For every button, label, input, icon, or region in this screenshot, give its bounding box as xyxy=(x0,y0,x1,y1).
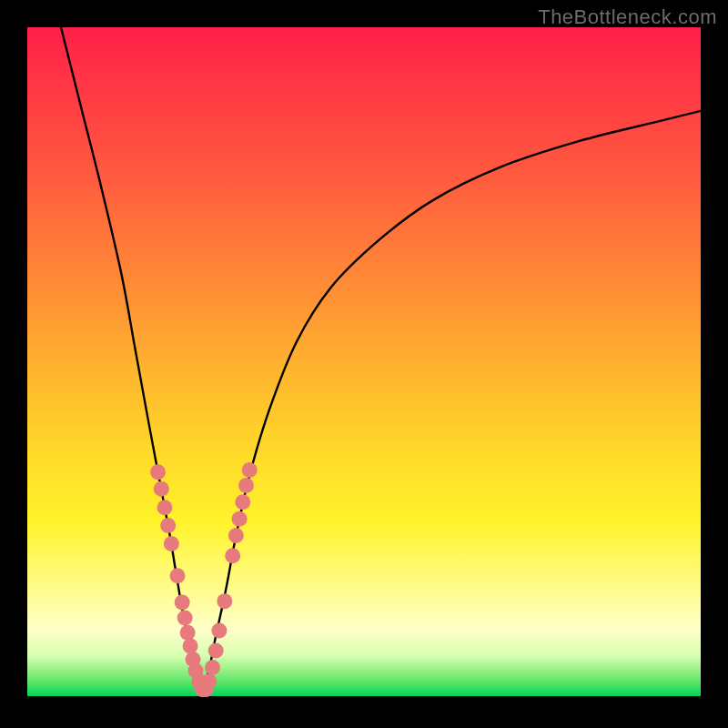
curve-group xyxy=(61,27,701,693)
marker-dot xyxy=(157,500,172,515)
marker-dot xyxy=(238,478,254,493)
curve-left-path xyxy=(61,27,202,693)
marker-dot xyxy=(211,622,227,638)
marker-dot xyxy=(205,660,220,675)
chart-svg xyxy=(27,27,701,696)
watermark-text: TheBottleneck.com xyxy=(538,5,717,29)
outer-frame: TheBottleneck.com xyxy=(0,0,728,728)
marker-dot xyxy=(242,462,258,478)
marker-dot xyxy=(225,548,240,563)
marker-dot xyxy=(235,494,250,510)
marker-dot xyxy=(170,568,186,583)
marker-dot xyxy=(180,625,196,641)
marker-dot xyxy=(183,638,198,653)
marker-group xyxy=(150,462,258,697)
marker-dot xyxy=(150,464,166,480)
marker-dot xyxy=(177,611,193,626)
marker-dot xyxy=(154,481,169,497)
marker-dot xyxy=(228,528,244,543)
marker-dot xyxy=(217,593,232,609)
marker-dot xyxy=(164,536,179,551)
marker-dot xyxy=(201,673,217,689)
marker-dot xyxy=(160,518,176,533)
curve-right-path xyxy=(202,111,701,693)
marker-dot xyxy=(208,643,224,659)
marker-dot xyxy=(232,511,248,527)
marker-dot xyxy=(175,595,190,611)
